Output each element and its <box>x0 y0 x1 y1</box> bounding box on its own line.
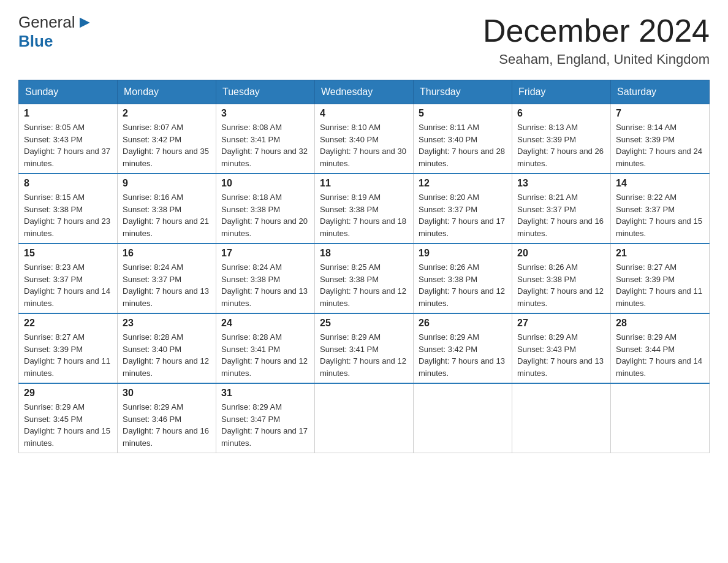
day-info: Sunrise: 8:20 AMSunset: 3:37 PMDaylight:… <box>419 191 507 239</box>
logo-blue-text: Blue <box>18 32 53 51</box>
calendar-cell <box>315 383 414 453</box>
day-number: 24 <box>221 318 309 329</box>
day-number: 3 <box>221 108 309 119</box>
page-header: General► Blue December 2024 Seaham, Engl… <box>18 12 710 67</box>
day-number: 28 <box>616 318 704 329</box>
calendar-cell: 6 Sunrise: 8:13 AMSunset: 3:39 PMDayligh… <box>512 104 611 174</box>
calendar-cell <box>611 383 710 453</box>
calendar-cell: 9 Sunrise: 8:16 AMSunset: 3:38 PMDayligh… <box>118 174 216 243</box>
day-info: Sunrise: 8:26 AMSunset: 3:38 PMDaylight:… <box>419 261 507 309</box>
logo-arrow-icon: ► <box>77 12 94 32</box>
calendar-cell <box>414 383 512 453</box>
day-info: Sunrise: 8:29 AMSunset: 3:41 PMDaylight:… <box>320 331 408 379</box>
day-info: Sunrise: 8:14 AMSunset: 3:39 PMDaylight:… <box>616 121 704 169</box>
weekday-header-monday: Monday <box>118 80 216 104</box>
weekday-header-sunday: Sunday <box>19 80 118 104</box>
day-info: Sunrise: 8:08 AMSunset: 3:41 PMDaylight:… <box>221 121 309 169</box>
week-row-3: 15 Sunrise: 8:23 AMSunset: 3:37 PMDaylig… <box>19 243 710 313</box>
day-number: 4 <box>320 108 408 119</box>
calendar-cell: 5 Sunrise: 8:11 AMSunset: 3:40 PMDayligh… <box>414 104 512 174</box>
day-number: 16 <box>123 248 211 259</box>
week-row-1: 1 Sunrise: 8:05 AMSunset: 3:43 PMDayligh… <box>19 104 710 174</box>
weekday-header-wednesday: Wednesday <box>315 80 414 104</box>
day-info: Sunrise: 8:29 AMSunset: 3:42 PMDaylight:… <box>419 331 507 379</box>
calendar-cell: 25 Sunrise: 8:29 AMSunset: 3:41 PMDaylig… <box>315 313 414 383</box>
weekday-header-tuesday: Tuesday <box>216 80 315 104</box>
week-row-5: 29 Sunrise: 8:29 AMSunset: 3:45 PMDaylig… <box>19 383 710 453</box>
day-info: Sunrise: 8:29 AMSunset: 3:43 PMDaylight:… <box>517 331 605 379</box>
calendar-cell: 11 Sunrise: 8:19 AMSunset: 3:38 PMDaylig… <box>315 174 414 243</box>
day-info: Sunrise: 8:24 AMSunset: 3:37 PMDaylight:… <box>123 261 211 309</box>
weekday-header-row: SundayMondayTuesdayWednesdayThursdayFrid… <box>19 80 710 104</box>
calendar-cell: 16 Sunrise: 8:24 AMSunset: 3:37 PMDaylig… <box>118 243 216 313</box>
day-number: 21 <box>616 248 704 259</box>
day-info: Sunrise: 8:29 AMSunset: 3:47 PMDaylight:… <box>221 401 309 449</box>
day-number: 13 <box>517 178 605 189</box>
day-info: Sunrise: 8:27 AMSunset: 3:39 PMDaylight:… <box>616 261 704 309</box>
day-number: 22 <box>24 318 112 329</box>
day-info: Sunrise: 8:05 AMSunset: 3:43 PMDaylight:… <box>24 121 112 169</box>
day-info: Sunrise: 8:26 AMSunset: 3:38 PMDaylight:… <box>517 261 605 309</box>
day-info: Sunrise: 8:23 AMSunset: 3:37 PMDaylight:… <box>24 261 112 309</box>
day-info: Sunrise: 8:28 AMSunset: 3:41 PMDaylight:… <box>221 331 309 379</box>
day-number: 7 <box>616 108 704 119</box>
day-info: Sunrise: 8:19 AMSunset: 3:38 PMDaylight:… <box>320 191 408 239</box>
calendar-cell: 20 Sunrise: 8:26 AMSunset: 3:38 PMDaylig… <box>512 243 611 313</box>
calendar-cell: 15 Sunrise: 8:23 AMSunset: 3:37 PMDaylig… <box>19 243 118 313</box>
day-info: Sunrise: 8:29 AMSunset: 3:45 PMDaylight:… <box>24 401 112 449</box>
calendar-cell: 27 Sunrise: 8:29 AMSunset: 3:43 PMDaylig… <box>512 313 611 383</box>
logo: General► Blue <box>18 12 93 51</box>
day-number: 20 <box>517 248 605 259</box>
week-row-4: 22 Sunrise: 8:27 AMSunset: 3:39 PMDaylig… <box>19 313 710 383</box>
day-number: 23 <box>123 318 211 329</box>
month-title: December 2024 <box>483 12 710 49</box>
day-info: Sunrise: 8:15 AMSunset: 3:38 PMDaylight:… <box>24 191 112 239</box>
day-number: 17 <box>221 248 309 259</box>
day-number: 27 <box>517 318 605 329</box>
calendar-cell: 30 Sunrise: 8:29 AMSunset: 3:46 PMDaylig… <box>118 383 216 453</box>
day-number: 18 <box>320 248 408 259</box>
day-info: Sunrise: 8:18 AMSunset: 3:38 PMDaylight:… <box>221 191 309 239</box>
day-number: 11 <box>320 178 408 189</box>
calendar-cell: 24 Sunrise: 8:28 AMSunset: 3:41 PMDaylig… <box>216 313 315 383</box>
day-number: 14 <box>616 178 704 189</box>
weekday-header-saturday: Saturday <box>611 80 710 104</box>
day-number: 2 <box>123 108 211 119</box>
day-number: 30 <box>123 388 211 399</box>
day-number: 29 <box>24 388 112 399</box>
day-number: 19 <box>419 248 507 259</box>
calendar-cell: 14 Sunrise: 8:22 AMSunset: 3:37 PMDaylig… <box>611 174 710 243</box>
calendar-cell <box>512 383 611 453</box>
day-info: Sunrise: 8:11 AMSunset: 3:40 PMDaylight:… <box>419 121 507 169</box>
calendar-cell: 19 Sunrise: 8:26 AMSunset: 3:38 PMDaylig… <box>414 243 512 313</box>
calendar-cell: 17 Sunrise: 8:24 AMSunset: 3:38 PMDaylig… <box>216 243 315 313</box>
calendar-cell: 28 Sunrise: 8:29 AMSunset: 3:44 PMDaylig… <box>611 313 710 383</box>
day-number: 1 <box>24 108 112 119</box>
calendar-cell: 3 Sunrise: 8:08 AMSunset: 3:41 PMDayligh… <box>216 104 315 174</box>
day-number: 15 <box>24 248 112 259</box>
day-info: Sunrise: 8:29 AMSunset: 3:46 PMDaylight:… <box>123 401 211 449</box>
calendar-cell: 26 Sunrise: 8:29 AMSunset: 3:42 PMDaylig… <box>414 313 512 383</box>
calendar-cell: 10 Sunrise: 8:18 AMSunset: 3:38 PMDaylig… <box>216 174 315 243</box>
day-info: Sunrise: 8:24 AMSunset: 3:38 PMDaylight:… <box>221 261 309 309</box>
title-section: December 2024 Seaham, England, United Ki… <box>483 12 710 67</box>
calendar-cell: 2 Sunrise: 8:07 AMSunset: 3:42 PMDayligh… <box>118 104 216 174</box>
day-number: 6 <box>517 108 605 119</box>
calendar-cell: 22 Sunrise: 8:27 AMSunset: 3:39 PMDaylig… <box>19 313 118 383</box>
location-text: Seaham, England, United Kingdom <box>483 52 710 67</box>
weekday-header-friday: Friday <box>512 80 611 104</box>
calendar-cell: 12 Sunrise: 8:20 AMSunset: 3:37 PMDaylig… <box>414 174 512 243</box>
day-info: Sunrise: 8:16 AMSunset: 3:38 PMDaylight:… <box>123 191 211 239</box>
day-number: 26 <box>419 318 507 329</box>
calendar-cell: 4 Sunrise: 8:10 AMSunset: 3:40 PMDayligh… <box>315 104 414 174</box>
weekday-header-thursday: Thursday <box>414 80 512 104</box>
day-info: Sunrise: 8:10 AMSunset: 3:40 PMDaylight:… <box>320 121 408 169</box>
day-number: 12 <box>419 178 507 189</box>
day-number: 9 <box>123 178 211 189</box>
calendar-table: SundayMondayTuesdayWednesdayThursdayFrid… <box>18 80 710 453</box>
logo-general-text: General <box>18 13 75 32</box>
day-number: 31 <box>221 388 309 399</box>
day-number: 25 <box>320 318 408 329</box>
calendar-cell: 13 Sunrise: 8:21 AMSunset: 3:37 PMDaylig… <box>512 174 611 243</box>
day-info: Sunrise: 8:21 AMSunset: 3:37 PMDaylight:… <box>517 191 605 239</box>
